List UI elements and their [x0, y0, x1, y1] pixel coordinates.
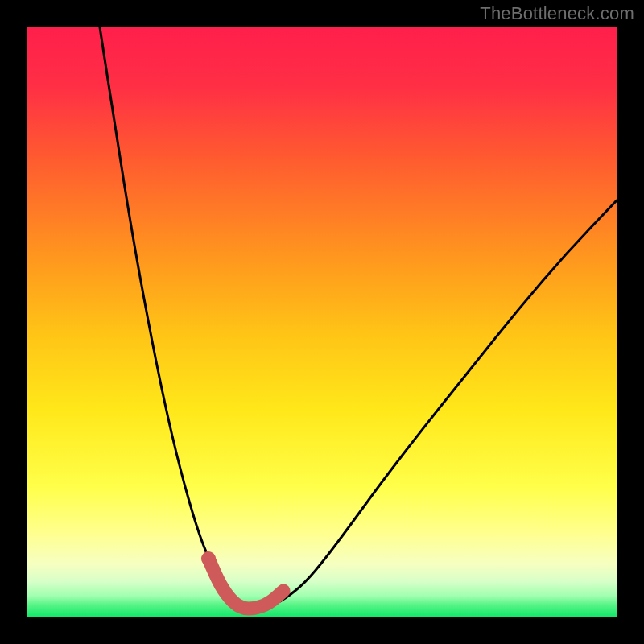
highlight-dot	[201, 551, 216, 566]
plot-area	[27, 27, 617, 617]
plot-svg	[27, 27, 617, 617]
chart-frame: TheBottleneck.com	[0, 0, 644, 644]
gradient-background	[27, 27, 617, 617]
watermark-text: TheBottleneck.com	[480, 3, 634, 24]
